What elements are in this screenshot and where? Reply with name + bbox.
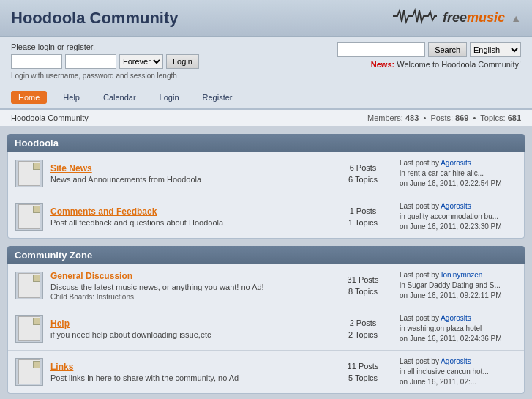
forum-icon [15,272,43,299]
forum-title-link[interactable]: Help [50,318,70,329]
forum-icon [15,203,43,231]
forum-row: General DiscussionDiscuss the latest mus… [8,264,524,307]
forum-posts-count: 2 Posts [334,317,392,329]
posts-label: Posts: [430,113,453,122]
language-select[interactable]: English [470,42,521,57]
section-body-0: Site NewsNews and Announcements from Hoo… [7,152,525,239]
search-input[interactable] [337,42,425,57]
forum-info: LinksPost links in here to share with th… [50,362,326,382]
forum-info: General DiscussionDiscuss the latest mus… [50,271,326,301]
section-0: HoodoolaSite NewsNews and Announcements … [7,134,525,239]
topics-count: 681 [508,113,521,122]
forum-lastpost: Last post by Agorositsin quality accommo… [400,201,517,232]
username-input[interactable] [11,54,62,69]
section-1: Community ZoneGeneral DiscussionDiscuss … [7,246,525,394]
login-bar: Please login or register. Forever Login … [0,37,532,86]
news-label: News: [371,60,394,69]
forum-info: Site NewsNews and Announcements from Hoo… [50,163,326,184]
forum-row: Comments and FeedbackPost all feedback a… [8,195,524,238]
forum-stats: 2 Posts2 Topics [334,317,392,341]
forum-posts-count: 6 Posts [334,162,392,174]
forum-topics-count: 5 Topics [334,372,392,384]
forum-icon [15,358,43,386]
child-boards: Child Boards: Instructions [50,293,326,301]
forum-row: Site NewsNews and Announcements from Hoo… [8,152,524,195]
section-body-1: General DiscussionDiscuss the latest mus… [7,264,525,394]
password-input[interactable] [65,54,116,69]
forum-desc: if you need help about downloading issue… [50,330,326,339]
forum-topics-count: 6 Topics [334,174,392,186]
forum-icon [15,160,43,187]
section-header-1: Community Zone [7,246,525,264]
waveform-icon [393,7,437,29]
forum-desc: News and Announcements from Hoodoola [50,175,326,184]
scroll-up-button[interactable]: ▲ [511,12,521,24]
lastpost-author-link[interactable]: Agorosits [441,314,471,322]
forum-title-link[interactable]: Comments and Feedback [50,206,157,217]
breadcrumb[interactable]: Hoodoola Community [11,113,89,122]
news-content: Welcome to Hoodoola Community! [397,60,521,69]
login-label: Please login or register. [11,42,199,51]
nav-calendar[interactable]: Calendar [96,91,143,104]
forum-info: Comments and FeedbackPost all feedback a… [50,206,326,227]
members-label: Members: [367,113,403,122]
search-button[interactable]: Search [428,42,467,57]
forum-title-link[interactable]: Site News [50,163,92,174]
nav-login[interactable]: Login [152,91,187,104]
forum-icon [15,315,43,343]
search-section: Search English News: Welcome to Hoodoola… [337,42,521,69]
forum-stats: 11 Posts5 Topics [334,360,392,384]
login-button[interactable]: Login [166,54,199,69]
stats-right: Members: 483 • Posts: 869 • Topics: 681 [367,113,521,122]
forum-title-link[interactable]: Links [50,362,73,372]
login-section: Please login or register. Forever Login … [11,42,199,80]
lastpost-author-link[interactable]: Agorosits [441,357,471,365]
forum-posts-count: 31 Posts [334,274,392,286]
lastpost-author-link[interactable]: Ioninymnzen [441,271,483,279]
forum-posts-count: 1 Posts [334,205,392,217]
forum-desc: Discuss the latest music news, or anythi… [50,283,326,291]
free-music-logo: freemusic [443,10,505,26]
forum-topics-count: 2 Topics [334,329,392,341]
forum-row: LinksPost links in here to share with th… [8,351,524,393]
forum-lastpost: Last post by Agorositsin washington plaz… [400,313,517,344]
section-header-0: Hoodoola [7,134,525,152]
login-note: Login with username, password and sessio… [11,72,199,80]
forum-stats: 1 Posts1 Topics [334,205,392,229]
nav-home[interactable]: Home [11,91,47,104]
forum-topics-count: 1 Topics [334,217,392,229]
posts-count: 869 [455,113,468,122]
news-text: News: Welcome to Hoodoola Community! [337,60,521,69]
forum-lastpost: Last post by Agorositsin all inclusive c… [400,357,517,387]
logo-area: freemusic ▲ [393,7,521,29]
nav-help[interactable]: Help [56,91,87,104]
topics-label: Topics: [480,113,505,122]
forum-info: Helpif you need help about downloading i… [50,318,326,339]
forum-lastpost: Last post by Agorositsin rent a car car … [400,158,517,189]
forum-topics-count: 8 Topics [334,286,392,298]
forum-stats: 6 Posts6 Topics [334,162,392,186]
forum-row: Helpif you need help about downloading i… [8,307,524,351]
login-inputs: Forever Login [11,54,199,69]
nav-register[interactable]: Register [195,91,240,104]
forum-lastpost: Last post by Ioninymnzenin Sugar Daddy D… [400,270,517,301]
forum-title-link[interactable]: General Discussion [50,271,132,281]
members-count: 483 [405,113,419,122]
forum-desc: Post all feedback and questions about Ho… [50,218,326,227]
nav-bar: Home Help Calendar Login Register [0,86,532,110]
forum-desc: Post links in here to share with the com… [50,373,326,382]
lastpost-author-link[interactable]: Agorosits [441,159,471,167]
site-title: Hoodoola Community [11,9,179,28]
session-select[interactable]: Forever [119,54,163,69]
forum-posts-count: 11 Posts [334,360,392,373]
sections-container: HoodoolaSite NewsNews and Announcements … [0,134,532,394]
search-row: Search English [337,42,521,57]
stats-bar: Hoodoola Community Members: 483 • Posts:… [0,110,532,127]
lastpost-author-link[interactable]: Agorosits [441,202,471,210]
header: Hoodoola Community freemusic ▲ [0,0,532,37]
forum-stats: 31 Posts8 Topics [334,274,392,298]
